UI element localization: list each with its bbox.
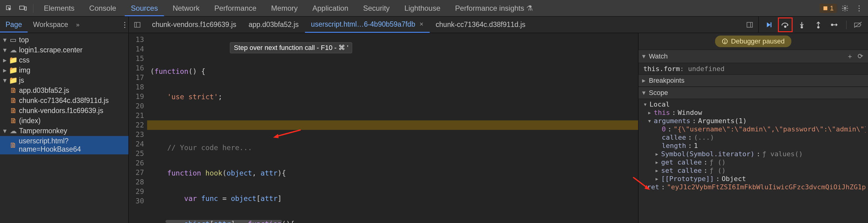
tree-folder-img[interactable]: 📁img bbox=[0, 65, 128, 75]
watch-item[interactable]: this.form: undefined bbox=[639, 63, 868, 74]
close-icon[interactable]: × bbox=[420, 20, 424, 28]
tree-folder-css[interactable]: 📁css bbox=[0, 55, 128, 65]
device-icon[interactable] bbox=[17, 2, 29, 14]
tree-file-app[interactable]: 🗎app.d03bfa52.js bbox=[0, 86, 128, 96]
svg-rect-2 bbox=[25, 7, 27, 10]
svg-point-4 bbox=[844, 7, 846, 9]
svg-point-10 bbox=[784, 26, 786, 27]
filetab-chunk-cc[interactable]: chunk-cc71364c.d38f911d.js bbox=[430, 17, 532, 33]
scope-callee[interactable]: callee: (...) bbox=[641, 133, 866, 141]
scope-symbol-iter[interactable]: ▸Symbol(Symbol.iterator): ƒ values() bbox=[641, 150, 866, 158]
step-icon[interactable] bbox=[830, 20, 840, 30]
scope-header[interactable]: Scope bbox=[639, 87, 868, 99]
scope-this[interactable]: ▸this: Window bbox=[641, 108, 866, 117]
tree-folder-js[interactable]: 📁js bbox=[0, 75, 128, 86]
scope-local[interactable]: ▾Local bbox=[641, 100, 866, 108]
kebab-icon[interactable]: ⋮ bbox=[853, 2, 865, 14]
tab-lighthouse[interactable]: Lighthouse bbox=[398, 0, 446, 16]
scope-ret[interactable]: ret: "eyJ1c2VybmFtZSI6ImFkbWluIiwicGFzc3… bbox=[641, 183, 866, 191]
svg-rect-7 bbox=[747, 22, 752, 27]
deactivate-breakpoints-icon[interactable] bbox=[853, 20, 863, 30]
svg-point-13 bbox=[831, 24, 833, 25]
svg-rect-5 bbox=[134, 22, 140, 27]
code-body[interactable]: (function() { 'use strict'; // Your code… bbox=[147, 33, 638, 223]
tree-top[interactable]: ▭top bbox=[0, 35, 128, 45]
svg-rect-1 bbox=[20, 6, 24, 9]
tree-file-chunkvendors[interactable]: 🗎chunk-vendors.f1c69639.js bbox=[0, 106, 128, 116]
resume-icon[interactable] bbox=[764, 20, 774, 30]
tab-security[interactable]: Security bbox=[357, 0, 396, 16]
refresh-watch-icon[interactable]: ⟳ bbox=[856, 52, 864, 60]
scope-get-callee[interactable]: ▸get callee: ƒ () bbox=[641, 158, 866, 166]
subtab-page[interactable]: Page bbox=[0, 17, 28, 32]
subtab-kebab-icon[interactable]: ⋮ bbox=[121, 21, 128, 29]
tab-elements[interactable]: Elements bbox=[38, 0, 81, 16]
tab-perf-insights[interactable]: Performance insights ⚗ bbox=[449, 0, 539, 16]
step-out-icon[interactable] bbox=[813, 20, 824, 30]
scope-set-callee[interactable]: ▸set callee: ƒ () bbox=[641, 166, 866, 174]
subtab-workspace[interactable]: Workspace bbox=[28, 17, 74, 32]
tab-application[interactable]: Application bbox=[306, 0, 354, 16]
tab-sources[interactable]: Sources bbox=[125, 0, 164, 16]
svg-rect-9 bbox=[771, 22, 771, 27]
add-watch-icon[interactable]: ＋ bbox=[846, 52, 854, 61]
debugger-toggle-icon[interactable] bbox=[745, 21, 754, 29]
issue-count: 1 bbox=[830, 4, 834, 12]
svg-rect-3 bbox=[823, 6, 827, 10]
filetab-chunk-vendors[interactable]: chunk-vendors.f1c69639.js bbox=[146, 17, 242, 33]
tab-memory[interactable]: Memory bbox=[265, 0, 304, 16]
scope-arg0[interactable]: 0: "{\"username\":\"admin\",\"password\"… bbox=[641, 125, 866, 133]
scope-prototype[interactable]: ▸[[Prototype]]: Object bbox=[641, 174, 866, 183]
inspect-icon[interactable] bbox=[3, 2, 15, 14]
tree-userscript[interactable]: 🗎userscript.html?name=HookBase64 bbox=[0, 136, 128, 154]
code-editor[interactable]: 13141516 17181920 21222324 25262728 2930… bbox=[129, 33, 638, 223]
step-over-tooltip: Step over next function call - F10 - ⌘ ' bbox=[230, 42, 352, 53]
settings-icon[interactable] bbox=[839, 2, 851, 14]
svg-point-11 bbox=[801, 26, 802, 28]
issues-badge[interactable]: 1 bbox=[819, 4, 837, 13]
scope-arguments[interactable]: ▾arguments: Arguments(1) bbox=[641, 117, 866, 125]
svg-point-12 bbox=[817, 26, 819, 28]
gutter: 13141516 17181920 21222324 25262728 2930 bbox=[129, 33, 147, 223]
more-subtabs-icon[interactable]: » bbox=[73, 21, 82, 28]
debugger-panel: Debugger paused Watch ＋ ⟳ this.form: und… bbox=[638, 33, 868, 223]
tab-console[interactable]: Console bbox=[83, 0, 122, 16]
tree-domain[interactable]: ☁login1.scrape.center bbox=[0, 45, 128, 55]
tree-file-chunkcc[interactable]: 🗎chunk-cc71364c.d38f911d.js bbox=[0, 96, 128, 106]
tree-index[interactable]: 🗎(index) bbox=[0, 116, 128, 126]
svg-point-17 bbox=[724, 42, 725, 43]
step-into-icon[interactable] bbox=[797, 20, 807, 30]
file-navigator: ▭top ☁login1.scrape.center 📁css 📁img 📁js… bbox=[0, 33, 129, 223]
filetab-userscript-label: userscript.html…6-4b90b59a7fdb bbox=[311, 20, 415, 29]
navigator-toggle-icon[interactable] bbox=[133, 21, 142, 29]
scope-length[interactable]: length: 1 bbox=[641, 141, 866, 150]
paused-badge: Debugger paused bbox=[715, 35, 792, 47]
tab-performance[interactable]: Performance bbox=[208, 0, 262, 16]
watch-header[interactable]: Watch ＋ ⟳ bbox=[639, 50, 868, 63]
filetab-app[interactable]: app.d03bfa52.js bbox=[242, 17, 305, 33]
filetab-userscript[interactable]: userscript.html…6-4b90b59a7fdb × bbox=[305, 17, 430, 33]
tab-network[interactable]: Network bbox=[166, 0, 206, 16]
step-over-icon[interactable] bbox=[780, 20, 790, 30]
breakpoints-header[interactable]: Breakpoints bbox=[639, 74, 868, 87]
tree-tampermonkey[interactable]: ☁Tampermonkey bbox=[0, 126, 128, 136]
